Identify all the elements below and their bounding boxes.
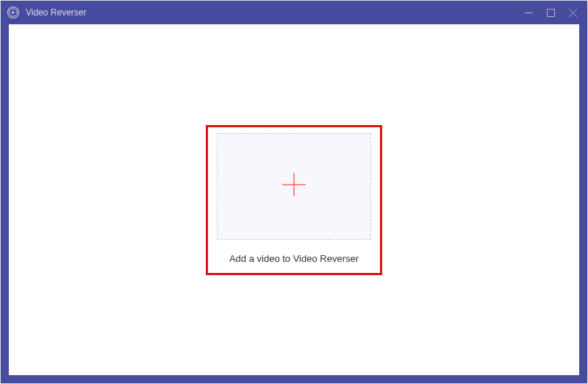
app-icon bbox=[7, 6, 20, 19]
app-window: Video Reverser Add a vid bbox=[0, 0, 588, 384]
close-button[interactable] bbox=[568, 8, 577, 17]
app-title: Video Reverser bbox=[26, 7, 524, 18]
add-video-label: Add a video to Video Reverser bbox=[229, 253, 359, 264]
minimize-button[interactable] bbox=[524, 8, 533, 17]
plus-icon bbox=[280, 171, 308, 202]
add-video-dropzone[interactable] bbox=[217, 133, 371, 240]
titlebar: Video Reverser bbox=[1, 1, 587, 24]
content-area: Add a video to Video Reverser bbox=[1, 24, 587, 383]
highlight-box: Add a video to Video Reverser bbox=[206, 125, 382, 275]
svg-rect-3 bbox=[547, 9, 554, 16]
window-controls bbox=[524, 8, 581, 17]
maximize-button[interactable] bbox=[546, 8, 555, 17]
